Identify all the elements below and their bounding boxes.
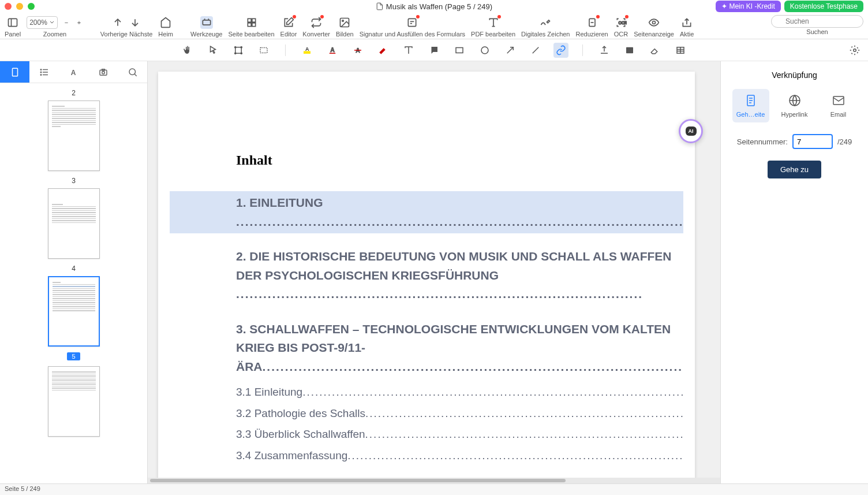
link-type-hyperlink[interactable]: Hyperlink bbox=[776, 89, 813, 122]
ocr-button[interactable]: OCR bbox=[615, 16, 627, 29]
toc-entry[interactable]: 3.3 Überblick Schallwaffen..............… bbox=[170, 424, 683, 445]
svg-point-25 bbox=[235, 46, 236, 47]
sidebar-tab-annotations[interactable]: A bbox=[59, 61, 88, 83]
thumbnail-list[interactable]: 2 3 4 5 bbox=[0, 83, 147, 483]
svg-text:A: A bbox=[305, 46, 309, 51]
svg-rect-7 bbox=[248, 18, 251, 22]
thumbnail-page-5[interactable] bbox=[48, 366, 100, 437]
toc-entry[interactable]: 2. DIE HISTORISCHE BEDEUTUNG VON MUSIK U… bbox=[170, 245, 683, 306]
maximize-window-button[interactable] bbox=[28, 3, 35, 10]
hand-tool[interactable] bbox=[180, 43, 195, 58]
prev-page-button[interactable] bbox=[111, 16, 124, 29]
svg-point-60 bbox=[129, 69, 136, 75]
panel-toggle-button[interactable] bbox=[6, 16, 19, 29]
minimize-window-button[interactable] bbox=[16, 3, 23, 10]
image-tool[interactable] bbox=[622, 43, 637, 58]
page-display-button[interactable] bbox=[648, 16, 660, 29]
strikethrough-tool[interactable]: A bbox=[350, 43, 365, 58]
settings-button[interactable] bbox=[847, 43, 862, 58]
pencil-tool[interactable] bbox=[376, 43, 391, 58]
ai-credit-button[interactable]: ✦ Mein KI -Kredit bbox=[716, 1, 780, 12]
svg-point-38 bbox=[481, 47, 488, 54]
toc-entry[interactable]: 3.4 Zusammenfassung.....................… bbox=[170, 445, 683, 467]
svg-point-26 bbox=[241, 46, 242, 47]
digital-sign-button[interactable] bbox=[539, 16, 552, 29]
toc-entry[interactable]: 3.2 Pathologie des Schalls..............… bbox=[170, 403, 683, 425]
status-bar: Seite 5 / 249 bbox=[0, 483, 868, 495]
page-number-input[interactable] bbox=[792, 134, 833, 149]
toc-entry[interactable]: 1. EINLEITUNG ..........................… bbox=[170, 191, 683, 233]
link-type-email[interactable]: Email bbox=[820, 89, 857, 122]
panel-label: Panel bbox=[5, 31, 21, 38]
insert-image-tool[interactable] bbox=[597, 43, 612, 58]
svg-point-12 bbox=[342, 20, 344, 22]
zoom-out-button[interactable]: − bbox=[62, 16, 70, 29]
link-type-goto-page[interactable]: Geh…eite bbox=[732, 89, 769, 122]
arrow-tool[interactable] bbox=[503, 43, 518, 58]
sidebar-tab-search[interactable] bbox=[118, 61, 147, 83]
chevron-down-icon bbox=[49, 20, 55, 25]
share-button[interactable] bbox=[680, 16, 693, 29]
thumbnail-page-3[interactable] bbox=[48, 188, 100, 259]
svg-rect-13 bbox=[409, 18, 416, 26]
thumbnail-page-2[interactable] bbox=[48, 101, 100, 171]
home-button[interactable] bbox=[159, 16, 172, 29]
edit-pdf-button[interactable] bbox=[487, 16, 500, 29]
next-page-button[interactable] bbox=[129, 16, 141, 29]
fit-width-tool[interactable] bbox=[231, 43, 246, 58]
document-page[interactable]: Inhalt 1. EINLEITUNG ...................… bbox=[158, 72, 695, 478]
thumbnail-page-4[interactable] bbox=[48, 276, 100, 347]
page-total-label: /249 bbox=[837, 137, 852, 146]
table-tool[interactable] bbox=[673, 43, 688, 58]
toc-entry[interactable]: 3. SCHALLWAFFEN – TECHNOLOGISCHE ENTWICK… bbox=[170, 318, 683, 379]
svg-point-21 bbox=[653, 21, 656, 24]
circle-tool[interactable] bbox=[477, 43, 492, 58]
reduce-button[interactable] bbox=[586, 16, 598, 29]
toc-entry[interactable]: 3.1 Einleitung..........................… bbox=[170, 382, 683, 403]
document-title: Musik als Waffen (Page 5 / 249) bbox=[376, 2, 492, 11]
annotation-toolbar: A A A bbox=[0, 39, 868, 61]
ai-assistant-button[interactable]: AI bbox=[679, 119, 703, 143]
document-area: Inhalt 1. EINLEITUNG ...................… bbox=[148, 61, 720, 483]
select-tool[interactable] bbox=[205, 43, 220, 58]
goto-button[interactable]: Gehe zu bbox=[768, 161, 821, 178]
text-tool[interactable] bbox=[401, 43, 416, 58]
horizontal-scrollbar[interactable] bbox=[148, 478, 720, 483]
svg-point-48 bbox=[854, 49, 856, 51]
images-button[interactable] bbox=[338, 16, 351, 29]
svg-point-58 bbox=[102, 71, 104, 74]
tools-button[interactable] bbox=[200, 16, 213, 29]
svg-text:OCR: OCR bbox=[619, 21, 627, 25]
document-scroll[interactable]: Inhalt 1. EINLEITUNG ...................… bbox=[148, 61, 720, 478]
eraser-tool[interactable] bbox=[648, 43, 663, 58]
snapshot-tool[interactable] bbox=[256, 43, 271, 58]
highlight-tool[interactable]: A bbox=[300, 43, 315, 58]
trial-button[interactable]: Kostenlose Testphase bbox=[784, 1, 863, 12]
editor-button[interactable] bbox=[282, 16, 295, 29]
svg-rect-4 bbox=[203, 20, 210, 25]
underline-tool[interactable]: A bbox=[325, 43, 340, 58]
svg-rect-68 bbox=[833, 96, 844, 105]
zoom-dropdown[interactable]: 200% bbox=[27, 16, 58, 29]
svg-rect-37 bbox=[456, 47, 463, 53]
form-sign-button[interactable] bbox=[406, 16, 418, 29]
rectangle-tool[interactable] bbox=[452, 43, 467, 58]
note-tool[interactable] bbox=[426, 43, 442, 58]
svg-rect-29 bbox=[260, 47, 267, 53]
svg-line-40 bbox=[533, 47, 539, 53]
search-input[interactable] bbox=[771, 15, 863, 28]
sidebar-tab-attachments[interactable] bbox=[88, 61, 118, 83]
properties-panel: Verknüpfung Geh…eite Hyperlink Email Sei… bbox=[720, 61, 868, 483]
sidebar-tab-thumbnails[interactable] bbox=[0, 61, 29, 83]
svg-rect-8 bbox=[252, 18, 255, 22]
panel-title: Verknüpfung bbox=[772, 70, 817, 80]
sidebar-tab-outline[interactable] bbox=[29, 61, 59, 83]
document-icon bbox=[376, 2, 384, 10]
close-window-button[interactable] bbox=[5, 3, 12, 10]
zoom-in-button[interactable]: + bbox=[75, 16, 83, 29]
link-tool[interactable] bbox=[553, 43, 568, 58]
converter-button[interactable] bbox=[310, 16, 323, 29]
svg-rect-9 bbox=[248, 23, 251, 27]
edit-page-button[interactable] bbox=[245, 16, 258, 29]
line-tool[interactable] bbox=[528, 43, 543, 58]
